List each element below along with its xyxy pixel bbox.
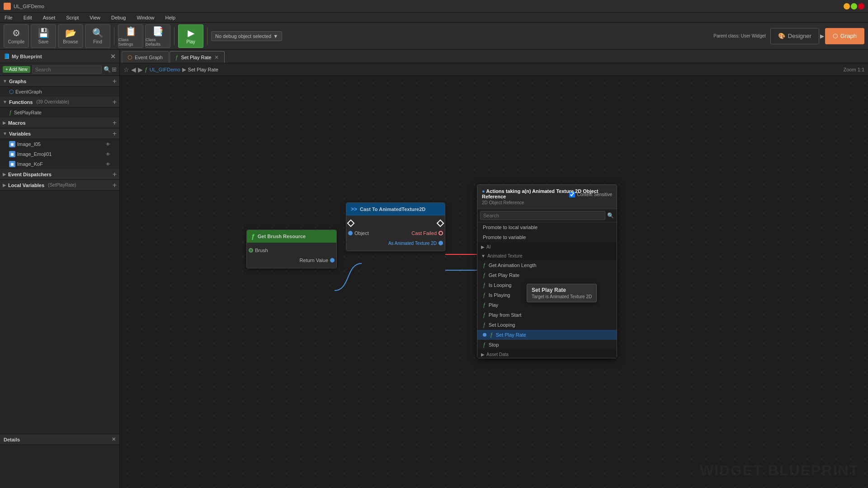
section-event-dispatchers[interactable]: ▶ Event Dispatchers + [0, 169, 119, 180]
ctx-play-from-start[interactable]: ƒ Play from Start [477, 310, 617, 320]
var-image-emoji01-eye[interactable]: 👁 [106, 152, 110, 157]
set-play-rate-indicator [483, 333, 486, 337]
add-function-button[interactable]: + [113, 98, 117, 106]
play-button[interactable]: ▶ Play [178, 24, 203, 48]
section-local-variables[interactable]: ▶ Local Variables (SetPlayRate) + [0, 180, 119, 191]
close-button[interactable] [858, 3, 864, 9]
menu-edit[interactable]: Edit [22, 14, 34, 21]
var-image-emoji01[interactable]: ▣ Image_Emoji01 👁 [0, 149, 119, 159]
ctx-promote-var[interactable]: Promote to variable [477, 232, 617, 242]
back-button[interactable]: ◀ [131, 66, 136, 73]
tab-event-graph[interactable]: ⬡ Event Graph [122, 51, 169, 63]
var-image-kof-eye[interactable]: 👁 [106, 162, 110, 167]
add-event-dispatcher-button[interactable]: + [113, 170, 117, 178]
ctx-get-play-rate[interactable]: ƒ Get Play Rate [477, 270, 617, 280]
var-image-kof[interactable]: ▣ Image_KoF 👁 [0, 159, 119, 169]
details-title: Details [4, 437, 20, 442]
brush-input-pin: Brush [247, 245, 336, 255]
menu-debug[interactable]: Debug [109, 14, 127, 21]
details-header: Details ✕ [0, 434, 119, 445]
tab-bar: ⬡ Event Graph ƒ Set Play Rate ✕ [120, 50, 868, 63]
ctx-stop[interactable]: ƒ Stop [477, 340, 617, 350]
set-play-rate-function-item[interactable]: ƒ SetPlayRate [0, 108, 119, 117]
add-graph-button[interactable]: + [113, 77, 117, 85]
set-play-rate-tab-icon: ƒ [175, 54, 179, 61]
cast-to-body: Object Cast Failed As Animated Texture 2… [346, 216, 445, 251]
class-defaults-label: Class Defaults [146, 38, 170, 47]
cast-to-title: Cast To AnimatedTexture2D [360, 206, 425, 212]
search-options-icon[interactable]: ⊞ [112, 66, 117, 73]
panel-close-button[interactable]: ✕ [110, 53, 116, 60]
menu-view[interactable]: View [88, 14, 102, 21]
debug-filter-dropdown[interactable]: No debug object selected ▼ [211, 31, 282, 41]
ctx-promote-local[interactable]: Promote to local variable [477, 222, 617, 232]
ctx-section-animated-texture[interactable]: ▼ Animated Texture [477, 251, 617, 260]
add-macro-button[interactable]: + [113, 119, 117, 127]
local-variables-subtitle: (SetPlayRate) [48, 183, 76, 188]
event-graph-item[interactable]: ⬡ EventGraph [0, 87, 119, 97]
add-new-button[interactable]: + Add New [3, 66, 30, 73]
class-settings-button[interactable]: 📋 Class Settings [118, 24, 143, 48]
compile-button[interactable]: ⚙ Compile [4, 24, 29, 48]
menu-asset[interactable]: Asset [41, 14, 57, 21]
browse-button[interactable]: 📂 Browse [58, 24, 83, 48]
section-variables[interactable]: ▼ Variables + [0, 128, 119, 139]
tab-close-button[interactable]: ✕ [214, 54, 219, 61]
section-macros[interactable]: ▶ Macros + [0, 117, 119, 128]
ctx-set-looping[interactable]: ƒ Set Looping [477, 320, 617, 330]
blueprint-search-input[interactable] [32, 66, 102, 74]
parent-class-label: Parent class: User Widget [713, 33, 766, 38]
var-image-i05-eye[interactable]: 👁 [106, 142, 110, 147]
as-animated-texture-pin [439, 241, 443, 245]
ctx-section-ai[interactable]: ▶ AI [477, 242, 617, 251]
minimize-button[interactable] [844, 3, 850, 9]
my-blueprint-title: My Blueprint [12, 54, 42, 59]
cast-failed-label: Cast Failed [411, 230, 437, 236]
details-panel: Details ✕ [0, 434, 119, 488]
get-brush-resource-header: ƒ Get Brush Resource [247, 230, 336, 243]
ctx-set-play-rate-label: Set Play Rate [496, 332, 526, 338]
class-settings-icon: 📋 [125, 26, 137, 37]
add-local-variable-button[interactable]: + [113, 181, 117, 189]
forward-button[interactable]: ▶ [138, 66, 143, 73]
find-button[interactable]: 🔍 Find [85, 24, 110, 48]
context-menu-header: ● Actions taking a(n) Animated Texture 2… [477, 185, 617, 209]
details-close-button[interactable]: ✕ [112, 436, 116, 442]
bookmark-button[interactable]: ☆ [123, 66, 129, 73]
section-graphs[interactable]: ▼ Graphs + [0, 76, 119, 87]
breadcrumb-project-link[interactable]: UL_GIFDemo [150, 67, 180, 72]
graph-button[interactable]: ⬡ Graph [825, 28, 864, 44]
ctx-set-play-rate[interactable]: ƒ Set Play Rate [477, 330, 617, 340]
save-button[interactable]: 💾 Save [31, 24, 56, 48]
debug-filter-text: No debug object selected [215, 33, 271, 39]
maximize-button[interactable] [851, 3, 857, 9]
toolbar: ⚙ Compile 💾 Save 📂 Browse 🔍 Find 📋 Class… [0, 23, 868, 50]
brush-resource-icon: ƒ [251, 233, 255, 240]
cast-to-animated-texture-node[interactable]: >> Cast To AnimatedTexture2D [346, 202, 445, 251]
add-variable-button[interactable]: + [113, 130, 117, 138]
var-image-i05[interactable]: ▣ Image_I05 👁 [0, 139, 119, 149]
ctx-section-asset-data[interactable]: ▶ Asset Data [477, 350, 617, 358]
ctx-get-animation-length[interactable]: ƒ Get Animation Length [477, 260, 617, 270]
set-play-rate-label: SetPlayRate [14, 110, 42, 115]
search-submit-icon[interactable]: 🔍 [104, 66, 111, 73]
get-brush-resource-node[interactable]: ƒ Get Brush Resource Brush Return Value [246, 230, 337, 268]
section-functions[interactable]: ▼ Functions (39 Overridable) + [0, 97, 119, 108]
class-defaults-button[interactable]: 📑 Class Defaults [145, 24, 170, 48]
tab-set-play-rate[interactable]: ƒ Set Play Rate ✕ [170, 51, 225, 63]
find-icon: 🔍 [92, 28, 104, 38]
menu-help[interactable]: Help [164, 14, 178, 21]
context-search-input[interactable] [480, 211, 605, 220]
menu-script[interactable]: Script [64, 14, 80, 21]
cast-exec-in-pin [347, 220, 355, 227]
watermark: WIDGET BLUEPRINT [700, 462, 859, 479]
zoom-label: Zoom 1:1 [844, 67, 864, 72]
get-brush-resource-title: Get Brush Resource [258, 234, 306, 239]
designer-button[interactable]: 🎨 Designer [770, 28, 819, 44]
graph-icon: ⬡ [833, 33, 838, 39]
graph-canvas[interactable]: ƒ Get Brush Resource Brush Return Value [120, 76, 868, 488]
menu-window[interactable]: Window [135, 14, 156, 21]
designer-icon: 🎨 [778, 33, 785, 39]
menu-file[interactable]: File [3, 14, 14, 21]
event-graph-label: EventGraph [15, 89, 42, 94]
